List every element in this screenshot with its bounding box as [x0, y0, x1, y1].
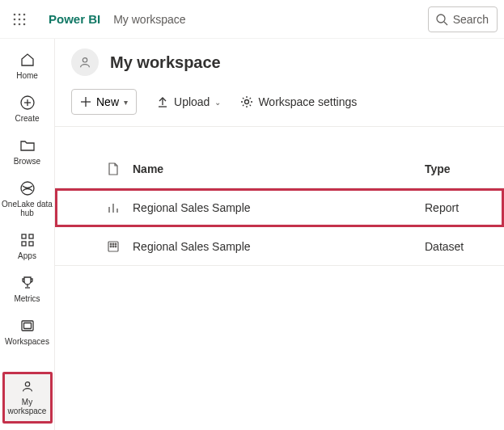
report-icon: [94, 201, 133, 214]
plus-circle-icon: [19, 95, 36, 111]
search-input[interactable]: Search: [428, 6, 498, 32]
settings-label: Workspace settings: [258, 95, 357, 108]
svg-point-3: [14, 18, 16, 20]
row-name: Regional Sales Sample: [133, 201, 425, 214]
svg-point-7: [19, 23, 21, 25]
nav-home-label: Home: [16, 71, 38, 80]
trophy-icon: [19, 275, 36, 291]
app-launcher-icon[interactable]: [6, 6, 32, 32]
svg-rect-18: [29, 242, 33, 246]
svg-point-4: [19, 18, 21, 20]
svg-rect-15: [22, 234, 26, 238]
toolbar: New ▾ Upload ⌄ Workspace settings: [55, 82, 504, 127]
svg-point-29: [245, 100, 249, 104]
nav-rail: Home Create Browse OneLake data hub Apps: [0, 39, 55, 430]
nav-workspaces-label: Workspaces: [5, 337, 49, 346]
svg-point-38: [112, 246, 114, 247]
nav-apps-label: Apps: [18, 251, 36, 260]
svg-point-34: [110, 243, 112, 245]
svg-point-24: [83, 58, 87, 62]
nav-datahub[interactable]: OneLake data hub: [0, 174, 55, 226]
file-icon: [94, 162, 133, 175]
svg-point-5: [23, 18, 26, 20]
search-placeholder: Search: [453, 13, 489, 26]
brand-name[interactable]: Power BI: [49, 12, 100, 26]
chevron-down-icon: ⌄: [214, 98, 221, 107]
gear-icon: [240, 95, 253, 108]
nav-browse[interactable]: Browse: [0, 131, 55, 174]
svg-point-39: [115, 246, 116, 247]
svg-point-35: [112, 243, 114, 245]
svg-line-10: [444, 22, 447, 25]
new-button[interactable]: New ▾: [71, 89, 137, 115]
apps-icon: [19, 232, 36, 248]
workspaces-icon: [19, 318, 36, 334]
svg-rect-16: [29, 234, 33, 238]
datahub-icon: [19, 180, 36, 196]
svg-rect-22: [23, 323, 31, 329]
chevron-down-icon: ▾: [124, 98, 128, 107]
svg-point-2: [23, 13, 26, 15]
svg-point-36: [115, 243, 116, 245]
nav-apps[interactable]: Apps: [0, 226, 55, 268]
svg-point-9: [437, 15, 445, 23]
nav-metrics[interactable]: Metrics: [0, 268, 55, 311]
row-type: Dataset: [425, 240, 498, 253]
row-name: Regional Sales Sample: [133, 240, 425, 253]
nav-create-label: Create: [15, 114, 39, 123]
svg-point-8: [23, 23, 26, 25]
svg-point-1: [19, 13, 21, 15]
nav-my-workspace[interactable]: My workspace: [2, 372, 53, 424]
nav-datahub-label: OneLake data hub: [0, 200, 55, 217]
svg-point-0: [14, 13, 16, 15]
workspace-header: My workspace: [55, 39, 504, 82]
home-icon: [19, 52, 36, 68]
plus-icon: [80, 96, 91, 108]
person-icon: [19, 378, 36, 394]
workspace-avatar: [71, 48, 99, 76]
folder-icon: [19, 137, 36, 154]
new-label: New: [96, 95, 119, 108]
nav-my-workspace-label: My workspace: [5, 398, 50, 415]
nav-metrics-label: Metrics: [14, 294, 40, 303]
nav-workspaces[interactable]: Workspaces: [0, 311, 55, 354]
content-list: Name Type Regional Sales Sample Report R…: [55, 127, 504, 266]
nav-create[interactable]: Create: [0, 88, 55, 131]
dataset-icon: [94, 240, 133, 253]
table-header: Name Type: [55, 150, 504, 188]
svg-point-37: [110, 246, 112, 247]
svg-point-23: [25, 382, 29, 386]
workspace-title: My workspace: [110, 53, 221, 72]
main-content: My workspace New ▾ Upload ⌄: [55, 39, 504, 430]
nav-home[interactable]: Home: [0, 45, 55, 88]
breadcrumb[interactable]: My workspace: [113, 13, 185, 26]
upload-icon: [156, 95, 169, 108]
search-icon: [435, 13, 448, 26]
table-row[interactable]: Regional Sales Sample Dataset: [55, 227, 504, 266]
table-row[interactable]: Regional Sales Sample Report: [55, 188, 504, 227]
upload-button[interactable]: Upload ⌄: [156, 95, 221, 108]
svg-point-6: [14, 23, 16, 25]
top-bar: Power BI My workspace Search: [0, 0, 504, 39]
col-name[interactable]: Name: [133, 162, 425, 175]
upload-label: Upload: [174, 95, 210, 108]
col-type[interactable]: Type: [425, 162, 498, 175]
nav-browse-label: Browse: [14, 157, 40, 166]
workspace-settings-button[interactable]: Workspace settings: [240, 95, 357, 108]
row-type: Report: [425, 201, 498, 214]
svg-rect-17: [22, 242, 26, 246]
